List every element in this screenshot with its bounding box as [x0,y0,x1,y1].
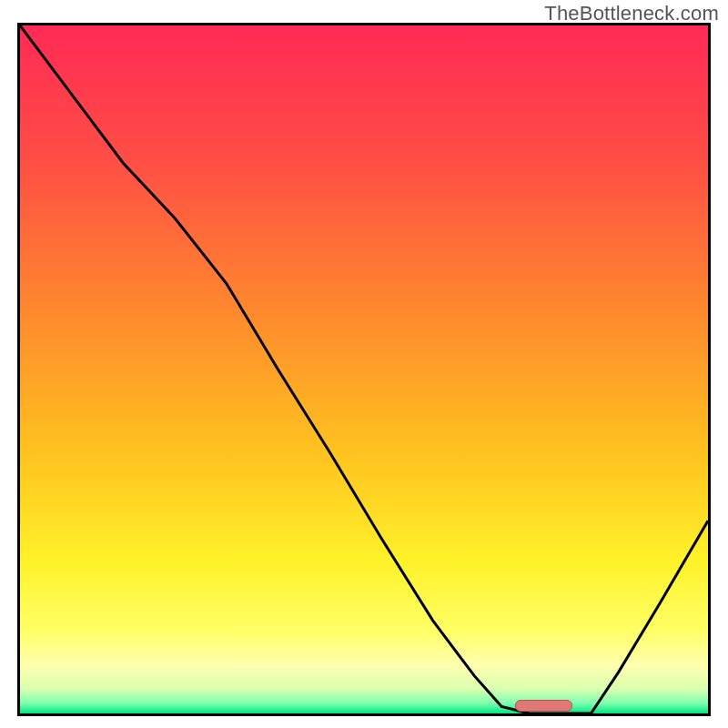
chart-frame [17,23,711,716]
curve-path [20,25,708,713]
watermark-text: TheBottleneck.com [544,2,719,25]
bottleneck-curve [20,25,708,713]
optimal-range-marker [515,700,571,712]
